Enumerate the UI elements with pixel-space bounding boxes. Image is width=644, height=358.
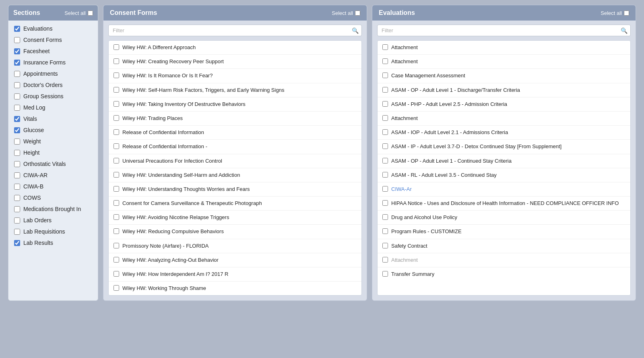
section-checkbox-orthostatic-vitals[interactable] [14, 161, 20, 167]
section-checkbox-cows[interactable] [14, 195, 20, 201]
consent-forms-select-all-checkbox[interactable] [355, 10, 360, 16]
consent-form-checkbox[interactable] [114, 228, 119, 234]
consent-form-checkbox[interactable] [114, 87, 119, 93]
consent-form-checkbox[interactable] [114, 101, 119, 107]
section-item-medications-brought-in[interactable]: Medications Brought In [8, 203, 98, 215]
section-item-doctors-orders[interactable]: Doctor's Orders [8, 79, 98, 91]
section-checkbox-facesheet[interactable] [14, 48, 20, 54]
evaluation-item[interactable]: Safety Contract [378, 239, 630, 253]
section-checkbox-ciwa-ar[interactable] [14, 172, 20, 178]
section-item-facesheet[interactable]: Facesheet [8, 46, 98, 57]
consent-form-item[interactable]: Wiley HW: A Different Approach [109, 41, 361, 55]
evaluations-filter-input[interactable] [377, 25, 631, 36]
evaluation-item[interactable]: ASAM - IP - Adult Level 3.7-D - Detox Co… [378, 140, 630, 154]
consent-form-item[interactable]: Wiley HW: Creating Recovery Peer Support [109, 55, 361, 69]
consent-form-item[interactable]: Promissory Note (Airfare) - FLORIDA [109, 239, 361, 253]
section-checkbox-vitals[interactable] [14, 116, 20, 122]
evaluation-item[interactable]: Attachment [378, 41, 630, 55]
section-checkbox-height[interactable] [14, 150, 20, 156]
section-checkbox-doctors-orders[interactable] [14, 82, 20, 88]
consent-form-checkbox[interactable] [114, 186, 119, 192]
evaluations-select-all[interactable]: Select all [601, 10, 629, 16]
section-item-orthostatic-vitals[interactable]: Orthostatic Vitals [8, 158, 98, 170]
consent-form-item[interactable]: Wiley HW: How Interdependent Am I? 2017 … [109, 267, 361, 281]
evaluation-item[interactable]: Drug and Alcohol Use Policy [378, 211, 630, 225]
consent-form-checkbox[interactable] [114, 285, 119, 291]
evaluation-item[interactable]: ASAM - OP - Adult Level 1 - Continued St… [378, 154, 630, 168]
consent-form-item[interactable]: Universal Precautions For Infection Cont… [109, 154, 361, 168]
consent-form-checkbox[interactable] [114, 257, 119, 263]
section-item-lab-orders[interactable]: Lab Orders [8, 215, 98, 226]
evaluation-checkbox[interactable] [382, 158, 388, 163]
section-item-group-sessions[interactable]: Group Sessions [8, 91, 98, 102]
consent-form-checkbox[interactable] [114, 72, 119, 78]
section-item-weight[interactable]: Weight [8, 136, 98, 147]
evaluation-checkbox[interactable] [382, 243, 388, 248]
sections-select-all-checkbox[interactable] [88, 10, 93, 16]
evaluation-item[interactable]: ASAM - OP - Adult Level 1 - Discharge/Tr… [378, 83, 630, 97]
consent-form-checkbox[interactable] [114, 158, 119, 163]
consent-form-checkbox[interactable] [114, 200, 119, 206]
consent-form-item[interactable]: Release of Confidential Information - [109, 140, 361, 154]
section-checkbox-med-log[interactable] [14, 105, 20, 111]
consent-forms-select-all[interactable]: Select all [332, 10, 360, 16]
evaluation-item[interactable]: Attachment [378, 253, 630, 267]
evaluation-item[interactable]: HIPAA Notice - Uses and Disclosure of He… [378, 197, 630, 211]
consent-form-checkbox[interactable] [114, 58, 119, 64]
consent-form-checkbox[interactable] [114, 214, 119, 220]
evaluation-checkbox[interactable] [382, 143, 388, 149]
evaluation-checkbox[interactable] [382, 186, 388, 192]
evaluation-checkbox[interactable] [382, 228, 388, 234]
evaluations-select-all-checkbox[interactable] [624, 10, 629, 16]
section-checkbox-insurance-forms[interactable] [14, 60, 20, 66]
section-checkbox-group-sessions[interactable] [14, 93, 20, 99]
section-checkbox-lab-results[interactable] [14, 240, 20, 246]
evaluation-item[interactable]: CIWA-Ar [378, 182, 630, 197]
consent-form-item[interactable]: Wiley HW: Analyzing Acting-Out Behavior [109, 253, 361, 267]
evaluation-checkbox[interactable] [382, 115, 388, 121]
section-item-ciwa-b[interactable]: CIWA-B [8, 181, 98, 192]
evaluation-item[interactable]: Case Management Assessment [378, 69, 630, 83]
section-item-insurance-forms[interactable]: Insurance Forms [8, 57, 98, 68]
section-checkbox-lab-requisitions[interactable] [14, 229, 20, 235]
section-item-height[interactable]: Height [8, 147, 98, 158]
consent-form-item[interactable]: Wiley HW: Self-Harm Risk Factors, Trigge… [109, 83, 361, 97]
section-item-med-log[interactable]: Med Log [8, 102, 98, 113]
section-checkbox-evaluations[interactable] [14, 26, 20, 32]
evaluation-checkbox[interactable] [382, 87, 388, 93]
section-item-ciwa-ar[interactable]: CIWA-AR [8, 170, 98, 181]
consent-form-item[interactable]: Wiley HW: Is It Romance Or Is It Fear? [109, 69, 361, 83]
section-checkbox-appointments[interactable] [14, 71, 20, 77]
section-checkbox-consent-forms[interactable] [14, 37, 20, 43]
evaluation-item[interactable]: Program Rules - CUSTOMIZE [378, 225, 630, 239]
evaluation-checkbox[interactable] [382, 271, 388, 277]
consent-form-checkbox[interactable] [114, 243, 119, 248]
consent-form-item[interactable]: Wiley HW: Reducing Compulsive Behaviors [109, 225, 361, 239]
section-item-glucose[interactable]: Glucose [8, 124, 98, 136]
section-item-consent-forms[interactable]: Consent Forms [8, 34, 98, 46]
evaluation-checkbox[interactable] [382, 200, 388, 206]
consent-form-item[interactable]: Wiley HW: Working Through Shame [109, 281, 361, 295]
consent-form-checkbox[interactable] [114, 129, 119, 135]
consent-form-checkbox[interactable] [114, 143, 119, 149]
consent-form-item[interactable]: Consent for Camera Surveillance & Therap… [109, 197, 361, 211]
section-checkbox-ciwa-b[interactable] [14, 184, 20, 190]
evaluation-checkbox[interactable] [382, 44, 388, 50]
sections-select-all[interactable]: Select all [64, 10, 93, 16]
evaluation-checkbox[interactable] [382, 214, 388, 220]
evaluation-item[interactable]: ASAM - PHP - Adult Level 2.5 - Admission… [378, 97, 630, 112]
consent-form-checkbox[interactable] [114, 115, 119, 121]
consent-form-checkbox[interactable] [114, 172, 119, 178]
section-item-lab-results[interactable]: Lab Results [8, 237, 98, 248]
evaluation-checkbox[interactable] [382, 172, 388, 178]
evaluation-checkbox[interactable] [382, 129, 388, 135]
evaluation-checkbox[interactable] [382, 72, 388, 78]
consent-form-item[interactable]: Wiley HW: Trading Places [109, 112, 361, 126]
section-item-lab-requisitions[interactable]: Lab Requisitions [8, 226, 98, 237]
consent-form-item[interactable]: Wiley HW: Understanding Thoughts Worries… [109, 182, 361, 197]
section-checkbox-weight[interactable] [14, 139, 20, 145]
evaluation-item[interactable]: ASAM - IOP - Adult Level 2.1 - Admission… [378, 126, 630, 140]
section-item-vitals[interactable]: Vitals [8, 113, 98, 124]
evaluation-item[interactable]: Attachment [378, 55, 630, 69]
section-checkbox-glucose[interactable] [14, 127, 20, 133]
